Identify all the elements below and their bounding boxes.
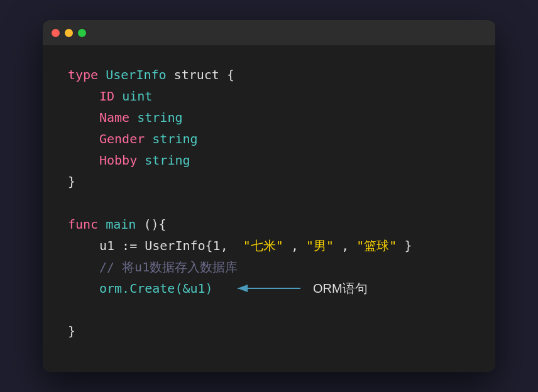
annotation-container: ORM语句 <box>231 278 368 299</box>
close-brace-func: } <box>68 324 75 339</box>
struct-open: struct { <box>174 67 234 82</box>
titlebar <box>43 20 495 45</box>
keyword-type: type <box>68 67 98 82</box>
code-line-blank1 <box>68 192 470 214</box>
field-id-name: ID <box>99 89 114 104</box>
code-editor: type UserInfo struct { ID uint Name stri… <box>43 45 495 361</box>
field-gender-name: Gender <box>99 131 145 146</box>
quote2: "男" <box>306 238 334 253</box>
code-line-assign: u1 := UserInfo{1, "七米" , "男" , "篮球" } <box>68 235 470 256</box>
keyword-func: func <box>68 217 98 232</box>
code-line-orm: orm.Create(&u1) ORM语句 <box>68 278 470 299</box>
code-line-name: Name string <box>68 107 470 128</box>
code-line-blank2 <box>68 299 470 320</box>
comment-text: // 将u1数据存入数据库 <box>99 259 238 275</box>
code-line-comment: // 将u1数据存入数据库 <box>68 256 470 278</box>
maximize-button[interactable] <box>78 29 86 37</box>
field-name-type: string <box>137 110 182 125</box>
code-line-close-func: } <box>68 320 470 342</box>
field-id-type: uint <box>122 89 152 104</box>
func-parens: (){ <box>143 217 166 232</box>
close-button[interactable] <box>52 29 60 37</box>
assign-text: u1 := UserInfo{1, <box>99 238 236 253</box>
code-line-hobby: Hobby string <box>68 150 470 171</box>
field-hobby-name: Hobby <box>99 153 137 168</box>
field-name-name: Name <box>99 110 129 125</box>
code-line-id: ID uint <box>68 85 470 107</box>
arrow-svg <box>231 282 307 295</box>
code-line-close-struct: } <box>68 171 470 192</box>
code-line-func: func main (){ <box>68 214 470 235</box>
orm-text: orm.Create(&u1) <box>99 281 213 296</box>
field-gender-type: string <box>152 131 197 146</box>
background: type UserInfo struct { ID uint Name stri… <box>0 0 538 392</box>
code-window: type UserInfo struct { ID uint Name stri… <box>43 20 495 372</box>
quote3: "篮球" <box>356 238 397 253</box>
field-hobby-type: string <box>145 153 190 168</box>
code-line-gender: Gender string <box>68 128 470 150</box>
orm-code: orm.Create(&u1) <box>99 278 213 299</box>
func-name: main <box>106 217 136 232</box>
annotation-label: ORM语句 <box>313 278 368 299</box>
struct-name: UserInfo <box>106 67 166 82</box>
close-brace-struct: } <box>68 174 75 189</box>
minimize-button[interactable] <box>65 29 73 37</box>
code-line-type-struct: type UserInfo struct { <box>68 64 470 85</box>
quote1: "七米" <box>243 238 283 253</box>
